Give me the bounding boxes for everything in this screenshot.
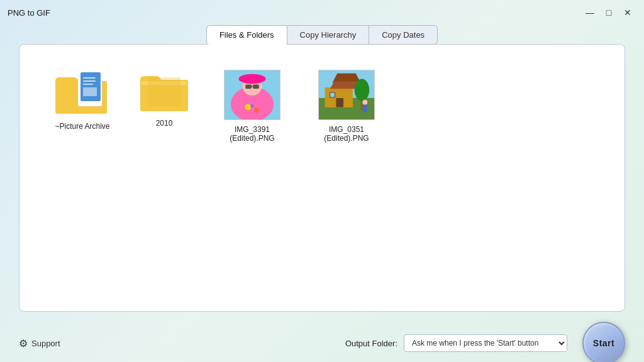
svg-rect-3 bbox=[83, 77, 96, 79]
svg-point-29 bbox=[362, 100, 367, 105]
svg-marker-25 bbox=[333, 74, 361, 83]
file-label: IMG_3391 (Edited).PNG bbox=[214, 125, 290, 143]
svg-point-19 bbox=[254, 108, 259, 113]
output-folder-select[interactable]: Ask me when I press the 'Start' button bbox=[404, 334, 567, 352]
list-item[interactable]: ~Picture Archive bbox=[51, 70, 114, 131]
app-title: PNG to GIF bbox=[8, 8, 50, 18]
output-folder-row: Output Folder: Ask me when I press the '… bbox=[345, 322, 625, 362]
folder-icon bbox=[139, 70, 189, 114]
image-thumbnail bbox=[318, 70, 375, 120]
svg-rect-15 bbox=[245, 84, 252, 89]
image-thumbnail bbox=[224, 70, 280, 120]
tab-copy-hierarchy[interactable]: Copy Hierarchy bbox=[287, 25, 370, 45]
svg-rect-2 bbox=[80, 72, 101, 101]
svg-rect-4 bbox=[83, 80, 96, 82]
main-content: Files & Folders Copy Hierarchy Copy Date… bbox=[0, 25, 644, 324]
file-browser-panel: ~Picture Archive 2010 bbox=[19, 44, 625, 312]
window-controls: — □ ✕ bbox=[581, 5, 636, 20]
image-preview-0351 bbox=[319, 70, 374, 120]
file-label: ~Picture Archive bbox=[55, 122, 109, 131]
svg-point-18 bbox=[245, 104, 251, 111]
svg-rect-6 bbox=[83, 87, 97, 96]
gear-icon: ⚙ bbox=[19, 337, 28, 349]
tab-copy-dates[interactable]: Copy Dates bbox=[369, 25, 438, 45]
svg-rect-31 bbox=[336, 98, 343, 107]
svg-rect-32 bbox=[330, 92, 335, 97]
minimize-button[interactable]: — bbox=[581, 5, 599, 20]
title-bar: PNG to GIF — □ ✕ bbox=[0, 0, 644, 25]
output-folder-label: Output Folder: bbox=[345, 339, 397, 348]
svg-point-28 bbox=[355, 79, 369, 101]
image-preview-3391 bbox=[225, 70, 280, 120]
file-label: IMG_0351 (Edited).PNG bbox=[309, 125, 384, 143]
svg-rect-16 bbox=[253, 84, 259, 89]
bottom-bar: ⚙ Support Output Folder: Ask me when I p… bbox=[0, 324, 644, 362]
svg-rect-30 bbox=[363, 105, 367, 112]
folder-special-icon bbox=[54, 70, 111, 117]
support-link[interactable]: ⚙ Support bbox=[19, 337, 60, 349]
svg-rect-5 bbox=[83, 84, 93, 85]
support-label: Support bbox=[31, 339, 60, 348]
svg-rect-9 bbox=[148, 77, 180, 106]
close-button[interactable]: ✕ bbox=[619, 5, 636, 20]
file-label: 2010 bbox=[156, 119, 173, 128]
tabs-container: Files & Folders Copy Hierarchy Copy Date… bbox=[19, 25, 625, 45]
tab-files-folders[interactable]: Files & Folders bbox=[206, 25, 287, 45]
files-grid: ~Picture Archive 2010 bbox=[32, 57, 612, 155]
svg-point-20 bbox=[250, 104, 254, 108]
svg-point-14 bbox=[238, 74, 265, 84]
list-item[interactable]: IMG_0351 (Edited).PNG bbox=[309, 70, 384, 143]
maximize-button[interactable]: □ bbox=[600, 5, 618, 20]
list-item[interactable]: 2010 bbox=[133, 70, 196, 128]
list-item[interactable]: IMG_3391 (Edited).PNG bbox=[214, 70, 290, 143]
start-button[interactable]: Start bbox=[582, 322, 625, 362]
